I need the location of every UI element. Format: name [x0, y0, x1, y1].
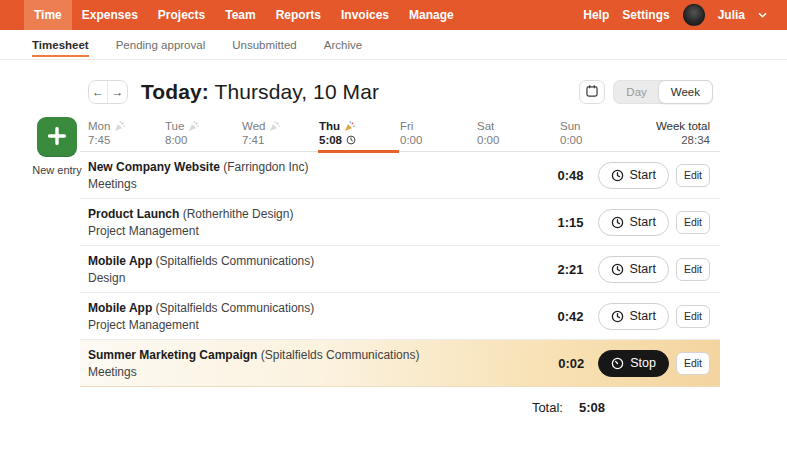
tab-pending-approval[interactable]: Pending approval [116, 30, 206, 59]
timer-button-label: Start [630, 309, 656, 323]
timer-button-label: Start [630, 215, 656, 229]
current-date: Thursday, 10 Mar [214, 80, 379, 103]
day-column-wed[interactable]: Wed 7:41 [242, 120, 280, 146]
left-arrow-icon: ← [92, 85, 104, 99]
day-column-sun[interactable]: Sun 0:00 [560, 120, 582, 146]
running-timer-icon [346, 135, 356, 145]
day-total-time: 7:41 [242, 134, 264, 146]
time-entry-row: Mobile App (Spitalfields Communications)… [80, 246, 720, 293]
edit-button[interactable]: Edit [676, 352, 710, 375]
edit-button[interactable]: Edit [676, 258, 710, 281]
client-name: (Spitalfields Communications) [261, 348, 420, 362]
entry-duration: 0:42 [536, 309, 584, 324]
day-name: Sun [560, 120, 580, 132]
timer-button-label: Stop [630, 356, 656, 370]
calendar-button[interactable] [579, 80, 605, 104]
start-timer-button[interactable]: Start [598, 256, 669, 283]
nav-item-invoices[interactable]: Invoices [331, 0, 399, 30]
chevron-down-icon[interactable] [758, 12, 767, 18]
day-total-time: 0:00 [400, 134, 422, 146]
clock-icon [611, 263, 624, 276]
plus-icon [46, 125, 68, 150]
task-name: Meetings [88, 365, 536, 379]
entry-duration: 0:48 [536, 168, 584, 183]
page-title: Today: Thursday, 10 Mar [141, 80, 379, 104]
view-controls: Day Week [579, 80, 713, 104]
entry-duration: 0:02 [536, 356, 584, 371]
top-navbar: TimeExpensesProjectsTeamReportsInvoicesM… [0, 0, 787, 30]
nav-item-manage[interactable]: Manage [399, 0, 464, 30]
party-popper-icon [269, 121, 280, 132]
navbar-right: Help Settings Julia [583, 0, 767, 30]
day-column-tue[interactable]: Tue 8:00 [165, 120, 199, 146]
new-entry: New entry [27, 117, 87, 176]
time-entries-list: New Company Website (Farringdon Inc) Mee… [80, 152, 720, 387]
nav-item-expenses[interactable]: Expenses [72, 0, 148, 30]
secondary-tabbar: TimesheetPending approvalUnsubmittedArch… [0, 30, 787, 60]
start-timer-button[interactable]: Start [598, 303, 669, 330]
day-nav-arrows: ← → [88, 80, 128, 104]
entry-duration: 1:15 [536, 215, 584, 230]
day-name: Sat [477, 120, 494, 132]
week-total: Week total 28:34 [656, 120, 710, 146]
clock-icon [611, 169, 624, 182]
day-column-mon[interactable]: Mon 7:45 [88, 120, 125, 146]
clock-icon [611, 216, 624, 229]
task-name: Project Management [88, 318, 536, 332]
day-column-sat[interactable]: Sat 0:00 [477, 120, 499, 146]
day-total-time: 0:00 [477, 134, 499, 146]
task-name: Project Management [88, 224, 536, 238]
help-link[interactable]: Help [583, 8, 609, 22]
settings-link[interactable]: Settings [622, 8, 669, 22]
entry-duration: 2:21 [536, 262, 584, 277]
tab-timesheet[interactable]: Timesheet [32, 30, 89, 59]
edit-button[interactable]: Edit [676, 305, 710, 328]
active-day-underline [318, 150, 399, 153]
nav-item-reports[interactable]: Reports [266, 0, 331, 30]
edit-button[interactable]: Edit [676, 164, 710, 187]
day-total-time: 5:08 [319, 134, 342, 146]
tab-unsubmitted[interactable]: Unsubmitted [232, 30, 297, 59]
time-entry-row: Product Launch (Rotherhithe Design) Proj… [80, 199, 720, 246]
user-name[interactable]: Julia [718, 8, 745, 22]
calendar-icon [585, 84, 599, 101]
user-avatar[interactable] [683, 4, 705, 26]
day-name: Tue [165, 120, 184, 132]
nav-item-time[interactable]: Time [24, 0, 72, 30]
start-timer-button[interactable]: Start [598, 162, 669, 189]
project-name: Mobile App [88, 301, 152, 315]
client-name: (Farringdon Inc) [223, 160, 308, 174]
edit-button[interactable]: Edit [676, 211, 710, 234]
day-total: Total: 5:08 [80, 400, 720, 415]
stop-timer-button[interactable]: Stop [598, 350, 669, 377]
toggle-day[interactable]: Day [614, 81, 658, 103]
harvest-time-app: TimeExpensesProjectsTeamReportsInvoicesM… [0, 0, 787, 460]
client-name: (Spitalfields Communications) [156, 301, 315, 315]
time-entry-row: Mobile App (Spitalfields Communications)… [80, 293, 720, 340]
week-total-value: 28:34 [656, 134, 710, 146]
next-day-button[interactable]: → [108, 81, 127, 103]
time-entry-row: Summer Marketing Campaign (Spitalfields … [80, 340, 720, 387]
new-entry-label: New entry [27, 164, 87, 176]
nav-item-team[interactable]: Team [215, 0, 265, 30]
project-name: Summer Marketing Campaign [88, 348, 257, 362]
client-name: (Spitalfields Communications) [156, 254, 315, 268]
previous-day-button[interactable]: ← [89, 81, 108, 103]
today-label: Today: [141, 80, 209, 103]
nav-item-projects[interactable]: Projects [148, 0, 215, 30]
timer-button-label: Start [630, 168, 656, 182]
day-name: Fri [400, 120, 413, 132]
total-value: 5:08 [579, 400, 605, 415]
new-entry-button[interactable] [37, 117, 77, 157]
day-column-thu[interactable]: Thu 5:08 [319, 120, 356, 146]
tab-archive[interactable]: Archive [324, 30, 362, 59]
party-popper-icon [114, 121, 125, 132]
party-popper-icon [344, 121, 355, 132]
date-header: ← → Today: Thursday, 10 Mar Day Week [88, 75, 713, 109]
day-total-time: 0:00 [560, 134, 582, 146]
start-timer-button[interactable]: Start [598, 209, 669, 236]
day-week-toggle: Day Week [613, 80, 713, 104]
day-name: Thu [319, 120, 340, 132]
day-column-fri[interactable]: Fri 0:00 [400, 120, 422, 146]
toggle-week[interactable]: Week [658, 80, 713, 104]
